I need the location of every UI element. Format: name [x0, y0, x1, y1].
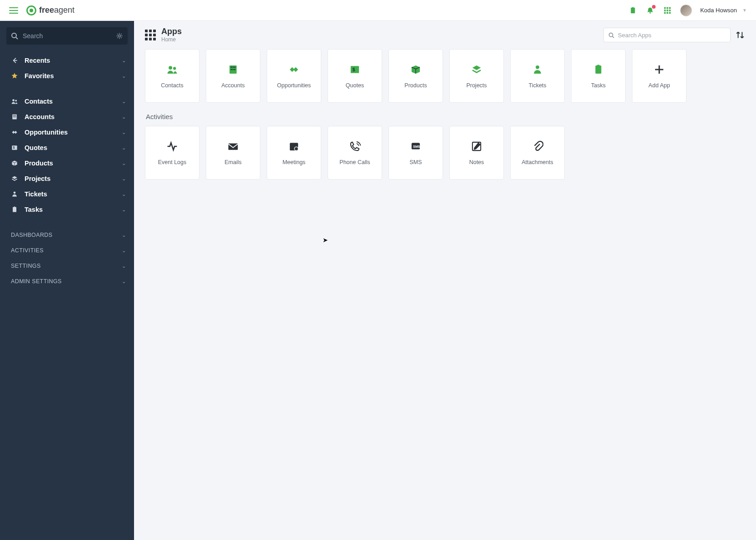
chevron-down-icon: ⌄: [122, 207, 126, 213]
box-icon: [409, 63, 422, 76]
app-card-label: Phone Calls: [339, 159, 370, 165]
activities-section-title: Activities: [146, 113, 745, 120]
app-card-label: Event Logs: [158, 159, 187, 165]
sidebar: Recents ⌄ Favorites ⌄ Contacts ⌄ Account…: [0, 21, 134, 540]
chevron-down-icon: ⌄: [122, 99, 126, 105]
app-card-quotes[interactable]: Quotes: [328, 49, 382, 103]
sidebar-section-label: ADMIN SETTINGS: [11, 278, 122, 285]
sidebar-item-label: Tasks: [25, 206, 115, 213]
app-card-label: Notes: [469, 159, 484, 165]
brand-logo[interactable]: freeagent: [26, 5, 75, 15]
app-card-event-logs[interactable]: Event Logs: [145, 126, 199, 180]
app-card-projects[interactable]: Projects: [449, 49, 504, 103]
search-icon: [11, 32, 18, 40]
chevron-down-icon: ⌄: [122, 160, 126, 166]
content-area: Apps Home Contacts Accounts Opportunitie…: [134, 21, 756, 540]
app-card-opportunities[interactable]: Opportunities: [267, 49, 321, 103]
notifications-bell-icon[interactable]: [646, 6, 655, 15]
app-card-label: Products: [404, 82, 427, 89]
star-icon: [11, 72, 18, 80]
username-label[interactable]: Koda Howson: [700, 7, 737, 14]
app-card-tasks[interactable]: Tasks: [571, 49, 626, 103]
people-icon: [166, 63, 179, 76]
app-card-label: Quotes: [346, 82, 364, 89]
chevron-down-icon: ⌄: [122, 58, 126, 64]
ticket-icon: [11, 190, 18, 198]
box-icon: [11, 160, 18, 167]
sort-icon: [735, 30, 745, 40]
app-card-label: Emails: [224, 159, 242, 165]
people-icon: [11, 98, 18, 105]
topbar: freeagent Koda Howson ▼: [0, 0, 756, 21]
chevron-down-icon: ⌄: [122, 263, 126, 269]
sidebar-item-projects[interactable]: Projects ⌄: [0, 171, 134, 186]
sidebar-item-tasks[interactable]: Tasks ⌄: [0, 202, 134, 217]
app-card-products[interactable]: Products: [388, 49, 443, 103]
app-card-label: SMS: [409, 159, 422, 165]
sidebar-section-activities[interactable]: ACTIVITIES ⌄: [0, 243, 134, 258]
chevron-down-icon: ⌄: [122, 130, 126, 135]
building-icon: [11, 113, 18, 120]
chevron-down-icon: ⌄: [122, 73, 126, 79]
attach-icon: [531, 140, 544, 153]
sidebar-item-tickets[interactable]: Tickets ⌄: [0, 186, 134, 202]
handshake-icon: [288, 63, 300, 76]
sidebar-search-input[interactable]: [23, 32, 111, 40]
app-card-notes[interactable]: Notes: [449, 126, 504, 180]
breadcrumb[interactable]: Home: [161, 36, 182, 43]
content-header: Apps Home: [145, 27, 745, 43]
user-menu-chevron-icon[interactable]: ▼: [742, 8, 747, 13]
chevron-down-icon: ⌄: [122, 232, 126, 238]
phone-icon: [348, 140, 361, 153]
sidebar-item-favorites[interactable]: Favorites ⌄: [0, 68, 134, 84]
clipboard-icon: [592, 63, 605, 76]
app-card-label: Tasks: [591, 82, 606, 89]
app-card-label: Attachments: [522, 159, 553, 165]
activities-grid: Event Logs Emails Meetings Phone Calls S…: [145, 126, 745, 180]
sidebar-section-admin-settings[interactable]: ADMIN SETTINGS ⌄: [0, 274, 134, 289]
app-card-label: Projects: [466, 82, 487, 89]
sidebar-section-label: ACTIVITIES: [11, 247, 122, 254]
user-avatar[interactable]: [680, 5, 692, 16]
clipboard-icon[interactable]: [628, 6, 637, 15]
sidebar-item-opportunities[interactable]: Opportunities ⌄: [0, 125, 134, 140]
search-apps-field[interactable]: [603, 28, 731, 42]
app-card-add-app[interactable]: Add App: [632, 49, 686, 103]
search-apps-input[interactable]: [618, 32, 726, 39]
sms-icon: [409, 140, 422, 153]
hamburger-menu-button[interactable]: [9, 7, 18, 14]
activity-icon: [166, 140, 179, 153]
plus-icon: [653, 63, 666, 76]
brand-name: freeagent: [39, 5, 75, 15]
app-card-label: Contacts: [161, 82, 183, 89]
sidebar-search[interactable]: [6, 27, 128, 45]
note-icon: [470, 140, 483, 153]
sidebar-search-settings-icon[interactable]: [116, 32, 123, 40]
apps-grid-icon[interactable]: [663, 6, 672, 15]
app-card-contacts[interactable]: Contacts: [145, 49, 199, 103]
app-card-sms[interactable]: SMS: [388, 126, 443, 180]
apps-icon: [145, 30, 156, 40]
sidebar-item-label: Quotes: [25, 144, 115, 151]
sort-button[interactable]: [735, 30, 745, 40]
sidebar-section-settings[interactable]: SETTINGS ⌄: [0, 258, 134, 274]
sidebar-item-products[interactable]: Products ⌄: [0, 155, 134, 171]
chevron-down-icon: ⌄: [122, 114, 126, 120]
sidebar-item-quotes[interactable]: Quotes ⌄: [0, 140, 134, 155]
app-card-accounts[interactable]: Accounts: [206, 49, 260, 103]
sidebar-item-label: Contacts: [25, 98, 115, 105]
handshake-icon: [11, 129, 18, 136]
app-card-attachments[interactable]: Attachments: [510, 126, 565, 180]
app-card-label: Add App: [648, 82, 670, 89]
sidebar-section-dashboards[interactable]: DASHBOARDS ⌄: [0, 227, 134, 243]
app-card-meetings[interactable]: Meetings: [267, 126, 321, 180]
apps-grid: Contacts Accounts Opportunities Quotes P…: [145, 49, 745, 103]
app-card-phone-calls[interactable]: Phone Calls: [328, 126, 382, 180]
app-card-emails[interactable]: Emails: [206, 126, 260, 180]
app-card-tickets[interactable]: Tickets: [510, 49, 565, 103]
chevron-down-icon: ⌄: [122, 145, 126, 151]
sidebar-item-accounts[interactable]: Accounts ⌄: [0, 109, 134, 125]
sidebar-item-contacts[interactable]: Contacts ⌄: [0, 94, 134, 109]
sidebar-item-recents[interactable]: Recents ⌄: [0, 53, 134, 68]
search-icon: [608, 32, 614, 38]
